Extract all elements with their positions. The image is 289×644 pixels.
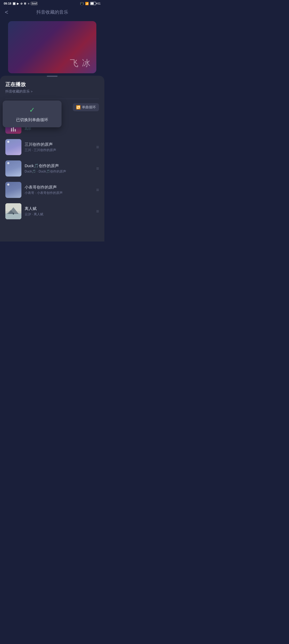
stack-icon: ≡ bbox=[28, 2, 29, 5]
shield-icon: ⛨ bbox=[24, 2, 26, 5]
status-left: 09:18 ▣ ▶ ⊘ ⛨ ≡ Soul bbox=[4, 2, 37, 5]
now-playing-label: 正在播放 bbox=[5, 81, 99, 88]
bar-1 bbox=[11, 128, 12, 132]
song-title: 三川创作的原声 bbox=[25, 142, 93, 147]
back-button[interactable]: < bbox=[5, 9, 8, 16]
drag-handle-icon[interactable]: ≡ bbox=[96, 166, 99, 171]
chevron-right-icon: > bbox=[31, 90, 32, 93]
repeat-button[interactable]: 🔂 单曲循环 bbox=[73, 103, 99, 111]
song-info: 小表哥创作的原声 小表哥 · 小表哥创作的原声 bbox=[25, 185, 93, 195]
landscape-svg bbox=[5, 203, 21, 219]
song-title: 离人赋 bbox=[25, 206, 93, 211]
vibrate-icon: 📳 bbox=[80, 2, 84, 5]
repeat-label: 单曲循环 bbox=[82, 105, 96, 110]
now-playing-section: 正在播放 抖音收藏的音乐 > bbox=[0, 81, 104, 99]
thumb-dot bbox=[7, 183, 9, 186]
playlist-header: 播放列表 🔂 单曲循环 ✓ 已切换到单曲循环 bbox=[5, 103, 99, 111]
svg-rect-5 bbox=[13, 213, 14, 214]
song-info: 离人赋 云汐 · 离人赋 bbox=[25, 206, 93, 217]
status-right: 📳 📶 61 bbox=[80, 2, 101, 5]
wifi-icon: 📶 bbox=[85, 2, 89, 5]
song-artist: 小表哥 · 小表哥创作的原声 bbox=[25, 191, 93, 195]
album-text-overlay: 飞 冰 bbox=[70, 57, 91, 69]
thumb-dot bbox=[7, 162, 9, 164]
drag-handle-icon[interactable]: ≡ bbox=[96, 144, 99, 150]
header: < 抖音收藏的音乐 bbox=[0, 6, 104, 19]
song-thumbnail bbox=[5, 160, 21, 177]
toast-popup: ✓ 已切换到单曲循环 bbox=[3, 101, 62, 127]
notification-icon: ▣ bbox=[13, 2, 16, 5]
bottom-sheet: 正在播放 抖音收藏的音乐 > 播放列表 🔂 单曲循环 ✓ 已切换到单曲循环 bbox=[0, 76, 104, 241]
landscape-thumb bbox=[5, 203, 21, 219]
song-info: 三川创作的原声 三川 · 三川创作的原声 bbox=[25, 142, 93, 152]
song-artist: 云汐 · 离人赋 bbox=[25, 212, 93, 217]
song-artist: 三川 · 三川创作的原声 bbox=[25, 148, 93, 152]
drag-handle-icon[interactable]: ≡ bbox=[96, 187, 99, 193]
song-title: 小表哥创作的原声 bbox=[25, 185, 93, 190]
song-info: Duck🎵创作的原声 Duck🎵 · Duck🎵创作的原声 bbox=[25, 163, 93, 174]
play-icon: ▶ bbox=[17, 2, 19, 5]
song-thumbnail bbox=[5, 139, 21, 155]
song-artist: Duck🎵 · Duck🎵创作的原声 bbox=[25, 169, 93, 174]
now-playing-sub-link[interactable]: 抖音收藏的音乐 > bbox=[5, 89, 99, 94]
toast-message: 已切换到单曲循环 bbox=[16, 117, 48, 122]
song-item[interactable]: Duck🎵创作的原声 Duck🎵 · Duck🎵创作的原声 ≡ bbox=[5, 158, 99, 179]
album-cover: 飞 冰 bbox=[8, 21, 96, 73]
song-thumbnail bbox=[5, 182, 21, 198]
checkmark-icon: ✓ bbox=[29, 106, 35, 114]
album-area: 飞 冰 bbox=[0, 19, 104, 75]
sheet-handle bbox=[47, 76, 58, 77]
playlist-section: 播放列表 🔂 单曲循环 ✓ 已切换到单曲循环 因为 高 bbox=[0, 99, 104, 222]
song-thumbnail bbox=[5, 203, 21, 219]
soul-icon: Soul bbox=[31, 2, 38, 5]
status-time: 09:18 bbox=[4, 2, 11, 5]
thumb-dot bbox=[7, 141, 9, 143]
song-title: Duck🎵创作的原声 bbox=[25, 163, 93, 168]
status-bar: 09:18 ▣ ▶ ⊘ ⛨ ≡ Soul 📳 📶 61 bbox=[0, 0, 104, 6]
song-item[interactable]: 离人赋 云汐 · 离人赋 ≡ bbox=[5, 201, 99, 222]
repeat-icon: 🔂 bbox=[76, 105, 81, 109]
bar-3 bbox=[15, 129, 16, 132]
page-title: 抖音收藏的音乐 bbox=[36, 9, 68, 15]
battery-icon bbox=[90, 2, 96, 5]
compass-icon: ⊘ bbox=[20, 2, 22, 5]
song-item[interactable]: 小表哥创作的原声 小表哥 · 小表哥创作的原声 ≡ bbox=[5, 179, 99, 201]
now-playing-playlist: 抖音收藏的音乐 bbox=[5, 89, 30, 94]
battery-label: 61 bbox=[97, 2, 101, 5]
song-item[interactable]: 三川创作的原声 三川 · 三川创作的原声 ≡ bbox=[5, 136, 99, 158]
drag-handle-icon[interactable]: ≡ bbox=[96, 209, 99, 214]
